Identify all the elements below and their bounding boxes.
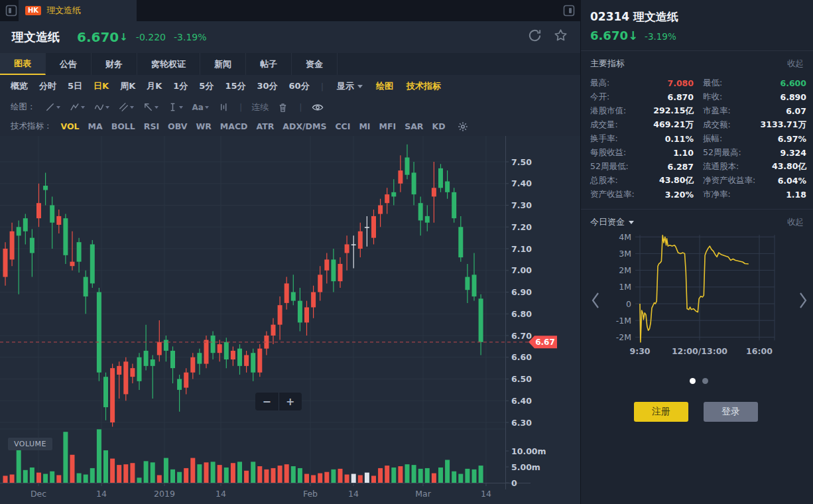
tech-indicator-button[interactable]: 技术指标 (407, 80, 441, 92)
price-change: -0.220 (136, 32, 166, 42)
font-tool-icon[interactable]: Aa (192, 103, 209, 112)
svg-text:6.30: 6.30 (511, 418, 532, 428)
line-tool-icon[interactable] (45, 102, 60, 112)
indicator-macd[interactable]: MACD (220, 121, 248, 131)
display-dropdown[interactable]: 显示 (337, 80, 363, 92)
nav-tab-1[interactable]: 图表 (0, 53, 46, 75)
collapse-metrics-link[interactable]: 收起 (787, 58, 804, 70)
indicator-atr[interactable]: ATR (256, 121, 274, 131)
visibility-eye-icon[interactable] (312, 103, 324, 112)
wave-tool-icon[interactable] (94, 102, 109, 112)
carousel-dot-2[interactable] (702, 378, 708, 384)
register-button[interactable]: 注册 (634, 402, 688, 422)
metric-row: 资产收益率:3.20% (590, 188, 694, 202)
svg-text:6.50: 6.50 (511, 374, 532, 384)
metric-row: 最低:6.600 (703, 76, 806, 90)
continuous-draw-toggle[interactable]: 连续 (251, 101, 269, 113)
indicator-mi[interactable]: MI (359, 121, 370, 131)
stock-header: 理文造纸 6.670 ↓ -0.220 -3.19% (0, 21, 580, 53)
period-tab-9[interactable]: 15分 (225, 80, 245, 92)
metric-row: 昨收:6.890 (703, 90, 806, 104)
svg-text:12:00/13:00: 12:00/13:00 (672, 346, 727, 356)
text-cursor-tool-icon[interactable] (168, 102, 183, 112)
indicator-wr[interactable]: WR (196, 121, 211, 131)
metric-row: 市盈率:6.07 (703, 104, 806, 118)
arrow-tool-icon[interactable] (143, 102, 158, 112)
svg-text:16:00: 16:00 (746, 346, 773, 356)
svg-text:6.60: 6.60 (511, 352, 532, 362)
period-tab-8[interactable]: 5分 (199, 80, 214, 92)
svg-text:7.30: 7.30 (511, 200, 532, 210)
volume-legend: VOLUME (8, 438, 52, 450)
panel-stock-title: 02314 理文造纸 (590, 9, 813, 25)
period-tab-2[interactable]: 分时 (39, 80, 56, 92)
key-metrics-table: 最高:7.080最低:6.600今开:6.870昨收:6.890港股市值:292… (590, 76, 806, 202)
period-tab-3[interactable]: 5日 (68, 80, 82, 92)
indicator-mfi[interactable]: MFI (379, 121, 397, 131)
gear-icon[interactable] (458, 121, 468, 132)
candlestick-chart[interactable]: 7.507.407.307.207.107.006.906.806.706.60… (0, 136, 580, 504)
measure-bars-tool-icon[interactable] (218, 102, 228, 112)
period-toolbar: 概览分时5日日K周K月K1分5分15分30分60分 | 显示 绘图 技术指标 (0, 75, 580, 98)
collapse-right-panel-icon[interactable] (563, 5, 575, 17)
indicator-adx-dms[interactable]: ADX/DMS (282, 121, 326, 131)
period-tab-11[interactable]: 60分 (289, 80, 310, 92)
nav-tab-4[interactable]: 窝轮权证 (137, 53, 200, 75)
chart-zoom-controls: − + (255, 393, 302, 410)
metric-row: 流通股本:43.80亿 (703, 160, 806, 174)
metric-row: 最高:7.080 (590, 76, 694, 90)
polyline-tool-icon[interactable] (70, 102, 85, 112)
stock-tab[interactable]: HK 理文造纸 (19, 0, 137, 21)
period-tab-10[interactable]: 30分 (257, 80, 277, 92)
carousel-dot-1[interactable] (690, 378, 696, 384)
indicator-kd[interactable]: KD (432, 121, 445, 131)
channel-tool-icon[interactable] (119, 102, 134, 112)
metric-row: 换手率:0.11% (590, 132, 694, 146)
svg-text:-2M: -2M (616, 332, 631, 342)
period-tab-4[interactable]: 日K (94, 80, 109, 92)
indicator-ma[interactable]: MA (88, 121, 103, 131)
stock-name: 理文造纸 (12, 29, 60, 45)
trash-icon[interactable] (278, 102, 288, 113)
refresh-icon[interactable] (527, 28, 542, 43)
svg-text:2019: 2019 (154, 489, 175, 499)
svg-text:14: 14 (216, 489, 226, 499)
svg-text:Feb: Feb (303, 489, 318, 499)
indicator-sar[interactable]: SAR (405, 121, 423, 131)
indicator-vol[interactable]: VOL (61, 121, 80, 131)
svg-text:Mar: Mar (415, 489, 431, 499)
nav-tab-6[interactable]: 帖子 (246, 53, 292, 75)
svg-text:3M: 3M (619, 249, 631, 259)
nav-tab-7[interactable]: 资金 (292, 53, 338, 75)
price-change-pct: -3.19% (174, 32, 207, 42)
indicator-rsi[interactable]: RSI (144, 121, 159, 131)
metric-row: 每股收益:1.10 (590, 146, 694, 160)
indicator-toolbar-label: 技术指标： (11, 121, 52, 132)
indicator-cci[interactable]: CCI (335, 121, 350, 131)
period-tab-1[interactable]: 概览 (11, 80, 28, 92)
login-button[interactable]: 登录 (704, 402, 758, 422)
indicator-obv[interactable]: OBV (168, 121, 187, 131)
zoom-in-button[interactable]: + (279, 393, 302, 410)
nav-tab-2[interactable]: 公告 (46, 53, 92, 75)
svg-text:6.40: 6.40 (511, 396, 532, 406)
price-down-arrow: ↓ (119, 31, 128, 43)
nav-tab-5[interactable]: 新闻 (200, 53, 246, 75)
panel-price: 6.670↓ (590, 29, 638, 42)
metric-row: 振幅:6.97% (703, 132, 806, 146)
collapse-left-panel-icon[interactable] (5, 5, 17, 17)
draw-mode-button[interactable]: 绘图 (376, 80, 393, 92)
period-tab-6[interactable]: 月K (147, 80, 162, 92)
period-tab-5[interactable]: 周K (120, 80, 135, 92)
favorite-star-icon[interactable] (553, 28, 568, 43)
period-tab-7[interactable]: 1分 (173, 80, 188, 92)
metric-row: 成交量:469.21万 (590, 118, 694, 132)
zoom-out-button[interactable]: − (255, 393, 279, 410)
indicator-boll[interactable]: BOLL (111, 121, 135, 131)
drawing-toolbar: 绘图： Aa | 连续 | (0, 97, 580, 117)
fund-flow-chart[interactable]: 4M3M2M1M0-1M-2M9:3012:00/13:0016:00 (580, 222, 813, 365)
trading-app-window: HK 理文造纸 理文造纸 6.670 ↓ -0.220 -3.19% (0, 0, 813, 504)
metric-row: 今开:6.870 (590, 90, 694, 104)
nav-tab-3[interactable]: 财务 (92, 53, 137, 75)
svg-text:Dec: Dec (31, 489, 46, 499)
